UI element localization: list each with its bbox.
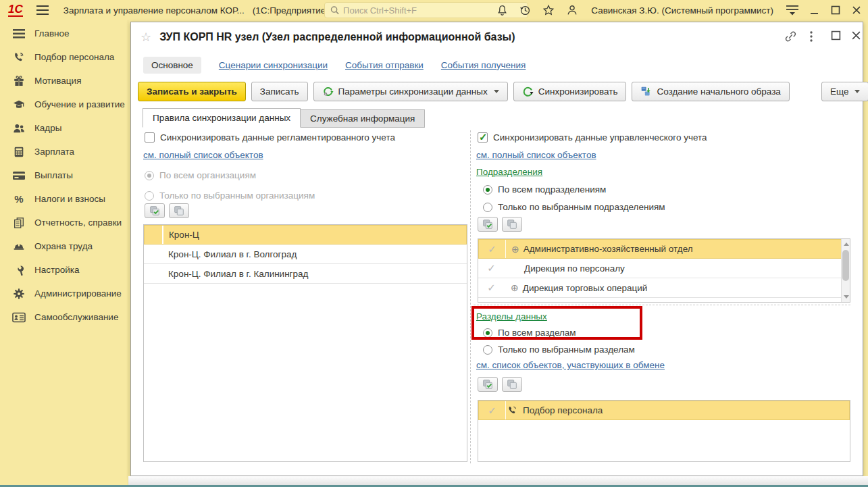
row-checkbox-cell[interactable] <box>145 226 163 244</box>
window-close-icon[interactable] <box>851 30 861 41</box>
checkbox-icon[interactable] <box>478 132 488 143</box>
expand-node-icon[interactable]: ⊕ <box>511 282 519 293</box>
sync-params-button[interactable]: Параметры синхронизации данных <box>313 82 508 101</box>
sidebar-item-selfservice[interactable]: Самообслуживание <box>0 305 128 329</box>
radio-icon[interactable] <box>145 171 154 180</box>
scroll-down-icon[interactable] <box>844 295 849 299</box>
sidebar-item-label: Настройка <box>34 265 79 275</box>
sidebar-item-recruiting[interactable]: Подбор персонала <box>0 45 128 69</box>
table-row[interactable]: ✓ Дирекция по персоналу <box>478 259 842 278</box>
full-object-list-link-right[interactable]: см. полный список объектов <box>476 150 596 160</box>
service-menu-icon[interactable] <box>786 5 798 16</box>
tab-send-events[interactable]: События отправки <box>345 60 424 70</box>
scrollbar[interactable] <box>841 239 850 302</box>
uncheck-all-button[interactable] <box>169 203 189 218</box>
tab-main[interactable]: Основное <box>143 57 201 74</box>
synchronize-button[interactable]: Синхронизировать <box>513 82 627 101</box>
app-maximize-icon[interactable] <box>831 5 840 15</box>
check-all-button[interactable] <box>478 377 498 392</box>
tab-receive-events[interactable]: События получения <box>441 60 526 70</box>
kebab-menu-icon[interactable] <box>809 30 813 43</box>
management-data-checkbox[interactable]: Синхронизировать данные управленческого … <box>478 132 707 143</box>
check-all-button[interactable] <box>478 217 498 232</box>
check-all-icon <box>482 218 494 230</box>
sidebar-item-payroll[interactable]: Зарплата <box>0 140 128 163</box>
sidebar-item-payments[interactable]: Выплаты <box>0 163 128 187</box>
sidebar-item-settings[interactable]: Настройка <box>0 258 128 282</box>
full-object-list-link-left[interactable]: см. полный список объектов <box>143 150 263 160</box>
data-sections-link[interactable]: Разделы данных <box>476 311 547 322</box>
table-row[interactable]: ✓ ⊕ Дирекция торговых операций <box>478 278 842 298</box>
check-all-button[interactable] <box>145 203 165 218</box>
sidebar-item-hr[interactable]: Кадры <box>0 116 128 140</box>
radio-icon[interactable] <box>483 328 492 338</box>
sections-list: ✓ Подбор персонала <box>478 400 850 462</box>
checkbox-icon[interactable] <box>145 132 155 143</box>
sidebar-item-reports[interactable]: Отчетность, справки <box>0 211 128 234</box>
helmet-icon <box>11 240 26 253</box>
more-label: Еще <box>830 86 848 97</box>
table-row-partial[interactable]: ✓ <box>478 298 842 303</box>
more-button[interactable]: Еще <box>821 82 868 101</box>
radio-icon[interactable] <box>483 203 492 212</box>
radio-selected-organizations[interactable]: Только по выбранным организациям <box>145 190 315 201</box>
scrollbar-thumb[interactable] <box>842 250 849 281</box>
organization-name: Крон-Ц. Филиал в г. Калининград <box>168 269 308 279</box>
department-name: Дирекция торговых операций <box>523 283 648 293</box>
radio-all-organizations[interactable]: По всем организациям <box>145 170 256 180</box>
table-row[interactable]: ✓ ⊕ Административно-хозяйственный отдел <box>478 239 842 259</box>
history-icon[interactable] <box>519 5 531 16</box>
sidebar-item-taxes[interactable]: % Налоги и взносы <box>0 187 128 211</box>
tab-service-info[interactable]: Служебная информация <box>301 109 425 128</box>
sidebar-item-training[interactable]: Обучение и развитие <box>0 93 128 116</box>
search-input[interactable] <box>343 5 522 16</box>
row-checkbox-cell[interactable] <box>144 264 163 283</box>
sidebar-item-label: Подбор персонала <box>34 52 114 62</box>
table-row[interactable]: Крон-Ц. Филиал в г. Калининград <box>144 264 467 284</box>
table-row[interactable]: Крон-Ц. Филиал в г. Волгоград <box>144 245 467 264</box>
org-list-actions <box>145 203 189 218</box>
page-tabs: Правила синхронизации данных Служебная и… <box>143 108 425 128</box>
sidebar-item-safety[interactable]: Охрана труда <box>0 234 128 258</box>
radio-icon[interactable] <box>483 185 492 195</box>
current-user-label[interactable]: Савинская З.Ю. (Системный программист) <box>591 5 773 16</box>
app-close-icon[interactable] <box>852 5 861 15</box>
uncheck-all-button[interactable] <box>502 377 522 392</box>
radio-selected-sections[interactable]: Только по выбранным разделам <box>483 344 635 355</box>
user-icon[interactable] <box>566 4 578 16</box>
favorites-star-icon[interactable] <box>542 4 555 16</box>
checkmark-icon: ✓ <box>479 401 506 419</box>
favorite-star-icon[interactable]: ☆ <box>141 30 151 45</box>
tab-sync-rules[interactable]: Правила синхронизации данных <box>143 108 301 128</box>
table-row[interactable]: Крон-Ц <box>144 225 467 245</box>
main-menu-icon[interactable] <box>36 5 49 15</box>
radio-all-departments[interactable]: По всем подразделениям <box>483 184 606 195</box>
sidebar-item-main[interactable]: Главное <box>0 22 128 45</box>
notifications-bell-icon[interactable] <box>496 5 508 16</box>
initial-image-button[interactable]: Создание начального образа <box>632 82 789 101</box>
tab-sync-scenarios[interactable]: Сценарии синхронизации <box>219 60 328 70</box>
save-close-label: Записать и закрыть <box>147 86 237 97</box>
app-logo-icon[interactable]: 1С <box>8 3 23 17</box>
radio-icon[interactable] <box>145 191 154 201</box>
window-maximize-icon[interactable] <box>831 30 841 41</box>
row-checkbox-cell[interactable] <box>144 245 163 263</box>
app-minimize-icon[interactable] <box>810 5 819 15</box>
expand-node-icon[interactable]: ⊕ <box>511 244 519 255</box>
table-row[interactable]: ✓ Подбор персонала <box>478 401 850 420</box>
radio-selected-departments[interactable]: Только по выбранным подразделениям <box>483 202 665 212</box>
graduation-icon <box>11 98 26 111</box>
get-link-icon[interactable] <box>784 30 797 43</box>
exchange-objects-link[interactable]: см. список объектов, участвующих в обмен… <box>476 360 665 370</box>
uncheck-all-button[interactable] <box>502 217 522 232</box>
departments-link[interactable]: Подразделения <box>476 167 542 177</box>
save-button[interactable]: Записать <box>251 82 308 101</box>
scroll-up-icon[interactable] <box>844 242 849 246</box>
search-icon <box>330 5 339 15</box>
sidebar-item-administration[interactable]: Администрирование <box>0 282 128 305</box>
save-close-button[interactable]: Записать и закрыть <box>138 82 246 101</box>
radio-all-sections[interactable]: По всем разделам <box>483 328 576 338</box>
regulated-data-checkbox[interactable]: Синхронизировать данные регламентированн… <box>145 132 395 143</box>
sidebar-item-motivation[interactable]: Мотивация <box>0 69 128 93</box>
radio-icon[interactable] <box>483 345 492 355</box>
